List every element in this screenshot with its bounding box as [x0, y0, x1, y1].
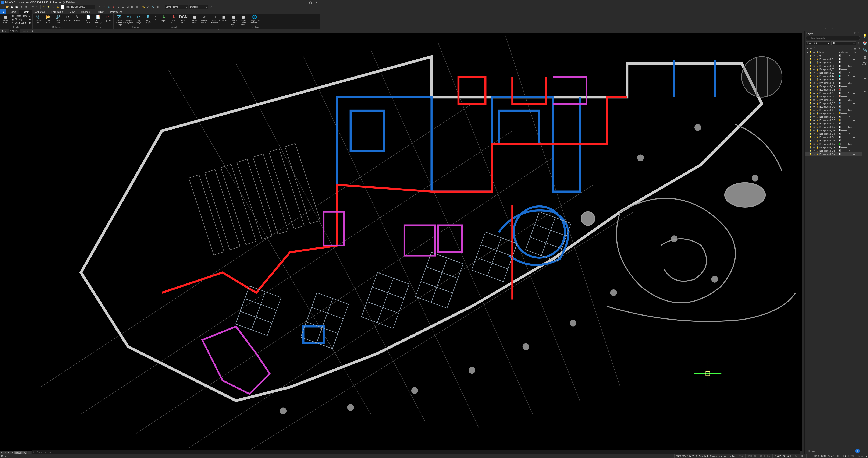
svg-line-6 — [236, 63, 320, 170]
close-tab-icon[interactable]: × — [27, 30, 29, 32]
saveall-icon[interactable]: 💾 — [15, 5, 19, 9]
open-icon[interactable]: 📂 — [5, 5, 9, 9]
attach-xref-button[interactable]: 📎Attach XRef... — [34, 15, 42, 24]
panel-images: Images — [115, 26, 157, 29]
pdf-import-button[interactable]: ⬇PDF Import — [169, 15, 178, 24]
open-xref-button[interactable]: 📂Open XRef — [44, 15, 52, 24]
app-menu-button[interactable]: ◢ — [0, 9, 6, 14]
grid-icon[interactable]: ⊞ — [156, 5, 159, 9]
datalinks-button[interactable]: ▦Datalinks... — [220, 15, 228, 22]
svg-rect-33 — [205, 169, 240, 170]
box-icon[interactable]: ▢ — [160, 5, 164, 9]
update-fields-button[interactable]: ⟳Update Fields... — [200, 15, 209, 24]
svg-line-2 — [135, 158, 320, 170]
title-bar: BricsCAD Ultimate beta (NOT FOR RESALE L… — [0, 0, 320, 5]
help-icon[interactable]: ❔ — [209, 5, 213, 9]
save-icon[interactable]: 💾 — [10, 5, 14, 9]
sun-icon[interactable]: ☀ — [42, 5, 46, 9]
edit-block-button[interactable]: ✎Edit Block▾ — [11, 21, 27, 24]
image-mgmt-button[interactable]: 🗃Image Management — [125, 15, 133, 24]
viewstyle-combo[interactable]: 2dWireframe▾ — [165, 5, 188, 9]
tab-annotate[interactable]: Annotate — [32, 10, 48, 14]
block-misc1[interactable]: ▫ — [28, 15, 31, 18]
xref-bind-button[interactable]: 🔗XRef Bind — [53, 15, 62, 24]
panel-location: Location — [250, 26, 259, 29]
bulb-icon[interactable]: 💡 — [46, 5, 51, 9]
svg-rect-35 — [237, 159, 272, 170]
data-extraction-button[interactable]: ⊟Data Extraction — [210, 15, 218, 24]
panel-pdfs: PDFs — [84, 26, 112, 29]
freeze-icon[interactable]: ❄ — [51, 5, 55, 9]
maximize-button[interactable]: ▢ — [309, 1, 312, 4]
close-button[interactable]: ✕ — [315, 1, 318, 4]
import-button[interactable]: ⬇Import — [160, 15, 168, 22]
redo-icon[interactable]: ↷ — [35, 5, 39, 9]
brush-icon[interactable]: 🖌 — [146, 5, 150, 9]
minimize-button[interactable]: — — [303, 1, 305, 4]
svg-rect-36 — [253, 154, 288, 170]
workspace-combo[interactable]: Drafting▾ — [189, 5, 208, 9]
tool3-icon[interactable]: ◉ — [112, 5, 116, 9]
image-adjust-button[interactable]: 🎚Image Adjust — [144, 15, 153, 24]
attach-pdf-button[interactable]: 📄Attach PDF — [84, 15, 93, 24]
doctab-site[interactable]: Site*× — [21, 29, 30, 33]
insert-field-button[interactable]: ▦Insert Field... — [190, 15, 199, 24]
ribbon-tabs: ◢ Home Insert Annotate Parametric View M… — [0, 9, 320, 14]
current-layer-combo[interactable]: BIM_ROOM_LINES▾ — [65, 5, 95, 9]
xref-clip-button[interactable]: ✂Xref Clip — [63, 15, 72, 22]
lock-icon[interactable]: 🔒 — [56, 5, 60, 9]
tool5-icon[interactable]: ⊡ — [121, 5, 125, 9]
document-tabs: Start A-100*× Site*× + — [0, 29, 320, 33]
matchprop-icon[interactable]: ✎ — [98, 5, 101, 9]
block-misc2[interactable]: ◈ — [28, 18, 31, 21]
doctab-start[interactable]: Start — [1, 29, 8, 33]
tab-manage[interactable]: Manage — [78, 10, 93, 14]
tool2-icon[interactable]: ◈ — [107, 5, 111, 9]
panel-import: Import — [160, 26, 188, 29]
tool8-icon[interactable]: ▤ — [135, 5, 139, 9]
svg-line-1 — [81, 131, 320, 170]
copy-entity-data-button[interactable]: ▦Copy Entity Data — [239, 15, 248, 26]
insert-block-button[interactable]: ▦Insert Block... — [1, 15, 10, 24]
new-icon[interactable]: 🗋 — [1, 5, 5, 9]
print-icon[interactable]: 🖶 — [20, 5, 23, 9]
printpreview-icon[interactable]: 🖶 — [24, 5, 28, 9]
tab-home[interactable]: Home — [6, 10, 19, 14]
dgn-import-button[interactable]: DGNDGN Import — [179, 15, 188, 24]
clip-pdf-button[interactable]: ✂Clip PDF — [104, 15, 112, 22]
color-swatch-icon[interactable] — [61, 5, 64, 9]
svg-line-0 — [40, 104, 320, 170]
measure-icon[interactable]: 📏 — [142, 5, 145, 9]
tool7-icon[interactable]: ▦ — [130, 5, 134, 9]
block-misc3[interactable]: ◉ — [28, 21, 31, 24]
attach-raster-button[interactable]: 🖼Attach Raster Image — [115, 15, 123, 26]
app-logo-icon — [1, 1, 4, 4]
svg-line-7 — [304, 57, 320, 170]
tab-output[interactable]: Output — [93, 10, 107, 14]
tool-icon[interactable]: ⚲ — [102, 5, 106, 9]
create-entity-data-button[interactable]: ▦Create or Edit Entity Data — [229, 15, 238, 28]
img-misc3[interactable]: ▫ — [154, 21, 157, 24]
drawing-canvas[interactable] — [0, 33, 320, 170]
tab-view[interactable]: View — [66, 10, 78, 14]
window-title: BricsCAD Ultimate beta (NOT FOR RESALE L… — [5, 1, 75, 4]
pdf-underlays-button[interactable]: 📑PDF Underlays — [94, 15, 102, 24]
doctab-a100[interactable]: A-100*× — [9, 29, 20, 33]
tool4-icon[interactable]: ⊞ — [116, 5, 120, 9]
wrench-icon[interactable]: 🔧 — [151, 5, 155, 9]
clip-image-button[interactable]: ✂Clip Image — [134, 15, 143, 24]
img-misc1[interactable]: ▫ — [154, 15, 157, 18]
add-tab-button[interactable]: + — [31, 29, 35, 33]
tab-insert[interactable]: Insert — [19, 10, 32, 14]
undo-icon[interactable]: ↶ — [31, 5, 35, 9]
img-misc2[interactable]: ▫ — [154, 18, 157, 21]
blockify-button[interactable]: ▦Blockify — [11, 18, 27, 21]
tool6-icon[interactable]: ⊟ — [126, 5, 129, 9]
close-tab-icon[interactable]: × — [18, 30, 19, 32]
geo-location-button[interactable]: 🌐Geographic Location... — [250, 15, 259, 24]
refedit-button[interactable]: ✎Refedit — [73, 15, 82, 22]
create-block-button[interactable]: ▦Create Block — [11, 15, 27, 18]
svg-line-5 — [168, 70, 320, 170]
tab-pointclouds[interactable]: Pointclouds — [107, 10, 126, 14]
tab-parametric[interactable]: Parametric — [48, 10, 66, 14]
